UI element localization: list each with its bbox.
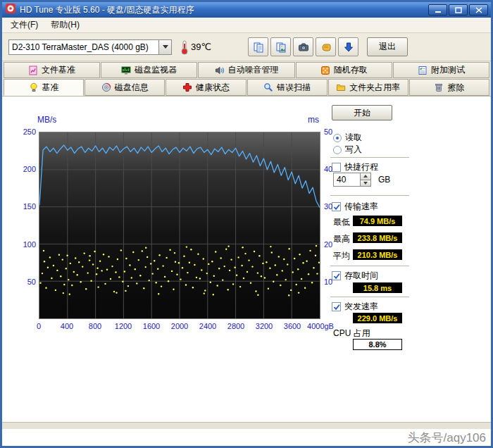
separator: [330, 195, 409, 197]
x-tick-label: 400: [61, 322, 73, 330]
x-tick-label: 3200: [256, 322, 273, 330]
checkbox-access-time[interactable]: 存取时间: [332, 270, 378, 282]
tab-file-benchmark[interactable]: 文件基准: [4, 62, 100, 78]
separator: [330, 266, 409, 267]
red-cross-icon: [182, 82, 192, 92]
radio-write-label: 写入: [345, 144, 362, 156]
y-right-tick-label: 10: [324, 278, 332, 286]
random-access-icon: [320, 66, 330, 75]
tab-benchmark[interactable]: 基准: [4, 79, 84, 96]
avg-label: 平均: [333, 250, 350, 262]
copy-image-button[interactable]: [270, 37, 291, 56]
donate-button[interactable]: [316, 37, 336, 56]
radio-read-dot: [333, 134, 342, 142]
spinner-up-button[interactable]: [361, 173, 370, 180]
maximize-icon: [455, 7, 462, 13]
close-icon: [475, 7, 482, 13]
menu-help[interactable]: 帮助(H): [44, 17, 86, 33]
folder-icon: [336, 82, 346, 92]
tab-label: 自动噪音管理: [228, 64, 279, 76]
tab-disk-info[interactable]: 磁盘信息: [85, 79, 165, 96]
drive-select-value: D2-310 TerraMaster_DAS (4000 gB): [9, 40, 158, 54]
x-tick-label: 1200: [115, 322, 132, 330]
copy-image-icon: [275, 42, 287, 53]
minimize-icon: [435, 7, 442, 13]
checkbox-box: [332, 302, 341, 311]
short-stroke-spinner[interactable]: 40: [333, 173, 371, 187]
min-label: 最低: [333, 216, 350, 228]
y-left-tick-label: 50: [5, 278, 36, 286]
y-right-tick-label: 40: [324, 165, 332, 173]
window-title: HD Tune 专业版 5.60 - 硬盘/固态硬盘实用程序: [20, 4, 425, 16]
toolbar: D2-310 TerraMaster_DAS (4000 gB) 39℃ 退出: [2, 33, 491, 61]
drive-select[interactable]: D2-310 TerraMaster_DAS (4000 gB): [8, 39, 172, 55]
tab-random-access[interactable]: 随机存取: [296, 62, 392, 78]
x-tick-label: 0: [37, 322, 41, 330]
tab-label: 随机存取: [334, 64, 368, 76]
chevron-down-icon[interactable]: [158, 40, 171, 54]
y-right-tick-label: 20: [324, 240, 332, 249]
watermark-bar: 头条号/aqy106: [2, 429, 491, 446]
radio-write[interactable]: 写入: [333, 144, 362, 156]
min-value: 74.9 MB/s: [353, 216, 402, 226]
exit-button[interactable]: 退出: [367, 37, 408, 56]
tab-label: 擦除: [447, 82, 464, 94]
spinner-down-button[interactable]: [361, 180, 370, 187]
disk-monitor-icon: [121, 66, 131, 75]
tab-label: 错误扫描: [277, 82, 311, 94]
short-stroke-value[interactable]: 40: [334, 173, 360, 186]
menu-file[interactable]: 文件(F): [4, 17, 44, 33]
transfer-rate-label: 传输速率: [344, 201, 378, 213]
radio-read[interactable]: 读取: [333, 132, 362, 144]
tab-label: 磁盘监视器: [135, 64, 177, 76]
access-time-value: 15.8 ms: [353, 282, 402, 293]
benchmark-plot-svg: [39, 132, 320, 318]
y-left-tick-label: 200: [5, 165, 36, 173]
title-bar: HD Tune 专业版 5.60 - 硬盘/固态硬盘实用程序: [2, 2, 491, 18]
close-button[interactable]: [469, 4, 488, 15]
copy-text-button[interactable]: [248, 37, 268, 56]
radio-write-dot: [333, 146, 342, 154]
start-button[interactable]: 开始: [332, 105, 392, 120]
tab-label: 磁盘信息: [115, 82, 149, 94]
thermometer-icon: [180, 39, 189, 55]
y-left-tick-label: 150: [5, 202, 36, 211]
tab-disk-monitor[interactable]: 磁盘监视器: [101, 62, 197, 78]
tab-health[interactable]: 健康状态: [166, 79, 246, 96]
window-controls: [428, 4, 488, 15]
checkbox-transfer-rate[interactable]: 传输速率: [332, 201, 378, 213]
watermark-text: 头条号/aqy106: [408, 430, 487, 446]
tab-extra-tests[interactable]: 附加测试: [393, 62, 489, 78]
x-tick-label: 2000: [171, 322, 188, 330]
separator: [330, 157, 409, 158]
tab-label: 健康状态: [196, 82, 230, 94]
access-time-label: 存取时间: [344, 270, 378, 282]
x-tick-label: 2800: [227, 322, 244, 330]
x-tick-label: 3600: [284, 322, 301, 330]
benchmark-plot: [39, 132, 320, 319]
checkbox-short-stroke[interactable]: 快捷行程: [332, 161, 378, 173]
check-icon: [333, 273, 340, 280]
x-tick-label: 1600: [143, 322, 160, 330]
screenshot-button[interactable]: [293, 37, 313, 56]
separator: [330, 297, 409, 298]
y-right-tick-label: 30: [324, 202, 332, 211]
burst-rate-label: 突发速率: [344, 301, 378, 313]
max-label: 最高: [333, 233, 350, 245]
minimize-button[interactable]: [428, 4, 447, 15]
avg-value: 210.3 MB/s: [353, 249, 402, 260]
tab-folder-usage[interactable]: 文件夹占用率: [328, 79, 408, 96]
file-benchmark-icon: [28, 66, 38, 75]
extra-tests-icon: [418, 66, 428, 75]
maximize-button[interactable]: [449, 4, 468, 15]
tab-label: 基准: [42, 82, 59, 94]
x-tick-label: 800: [89, 322, 101, 330]
max-value: 233.8 MB/s: [353, 232, 402, 243]
checkbox-burst-rate[interactable]: 突发速率: [332, 301, 378, 313]
tab-erase[interactable]: 擦除: [409, 79, 489, 96]
tab-aam[interactable]: 自动噪音管理: [198, 62, 294, 78]
radio-read-label: 读取: [345, 132, 362, 144]
tab-error-scan[interactable]: 错误扫描: [247, 79, 327, 96]
update-button[interactable]: [338, 37, 358, 56]
tab-label: 附加测试: [431, 64, 465, 76]
